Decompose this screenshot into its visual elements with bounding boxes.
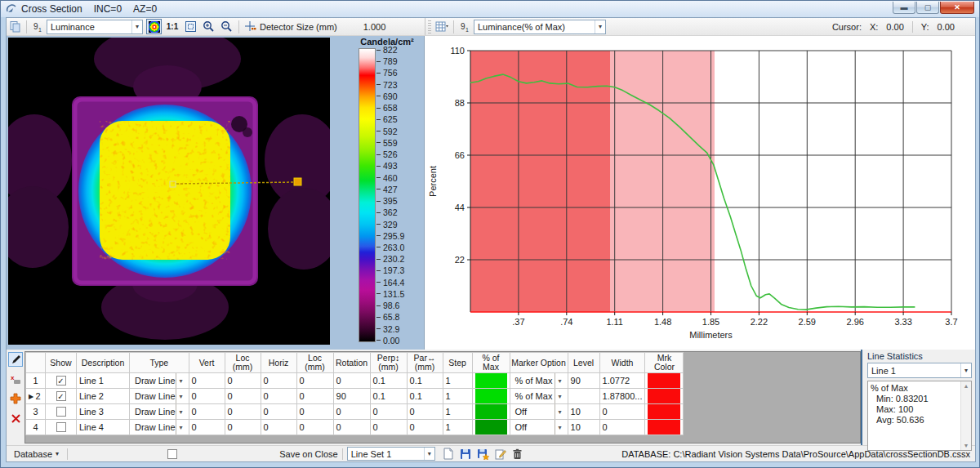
line-set-select[interactable]: Line Set 1 ▾ — [347, 447, 435, 461]
column-header[interactable]: Perp↕ (mm) — [370, 353, 407, 373]
perp-cell[interactable]: 0 — [370, 420, 407, 435]
statistics-scrollbar[interactable]: ▲ ▼ — [960, 381, 971, 450]
step-cell[interactable]: 1 — [443, 373, 472, 389]
cross-section-chart[interactable]: 11088664422.37.741.111.481.852.222.592.9… — [425, 36, 975, 350]
column-header[interactable]: Step — [443, 353, 472, 373]
horiz-loc-cell[interactable]: 0 — [296, 420, 333, 435]
par-cell[interactable]: 0 — [407, 420, 443, 435]
column-header[interactable]: Width — [599, 353, 645, 373]
horiz-loc-cell[interactable]: 0 — [296, 404, 333, 420]
annotation-icon[interactable]: 9 1 — [32, 21, 43, 33]
vert-loc-cell[interactable]: 0 — [225, 373, 261, 389]
width-cell[interactable]: 0 — [599, 420, 645, 435]
column-header[interactable]: Par↔ (mm) — [407, 353, 443, 373]
rotation-cell[interactable]: 0 — [333, 373, 370, 389]
column-header[interactable]: Horiz — [261, 353, 296, 373]
vert-loc-cell[interactable]: 0 — [225, 389, 261, 404]
width-cell[interactable]: 0 — [599, 404, 645, 420]
level-cell[interactable]: 90 — [568, 373, 599, 389]
line-color-swatch[interactable] — [472, 389, 510, 404]
horiz-cell[interactable]: 0 — [261, 389, 296, 404]
width-cell[interactable]: 1.0772 — [599, 373, 645, 389]
detector-crosshair-icon[interactable] — [244, 20, 256, 33]
row-header[interactable]: 4 — [26, 420, 46, 435]
horiz-cell[interactable]: 0 — [261, 404, 296, 420]
perp-cell[interactable]: 0 — [370, 404, 407, 420]
add-line-button[interactable] — [8, 391, 23, 406]
description-cell[interactable]: Line 3 — [77, 404, 130, 420]
marker-color-swatch[interactable] — [645, 404, 684, 420]
type-select[interactable]: Draw Line▾ — [130, 420, 189, 435]
vert-cell[interactable]: 0 — [189, 373, 225, 389]
line-color-swatch[interactable] — [472, 404, 510, 420]
copy-icon[interactable] — [9, 20, 21, 33]
horiz-cell[interactable]: 0 — [261, 420, 296, 435]
marker-color-swatch[interactable] — [645, 373, 684, 389]
rotation-cell[interactable]: 90 — [333, 389, 370, 404]
column-header[interactable]: Vert — [189, 353, 225, 373]
show-checkbox[interactable]: ✓ — [56, 376, 66, 386]
column-header[interactable]: Loc (mm) — [225, 353, 261, 373]
save-on-close-checkbox[interactable] — [167, 449, 177, 459]
show-checkbox[interactable]: ✓ — [56, 391, 66, 401]
column-header[interactable]: Loc (mm) — [296, 353, 333, 373]
rename-line-set-icon[interactable] — [495, 448, 506, 460]
panel-splitter[interactable] — [861, 350, 862, 445]
vert-cell[interactable]: 0 — [189, 389, 225, 404]
par-cell[interactable]: 0 — [407, 404, 443, 420]
detector-size-input[interactable]: 1.000 — [363, 22, 386, 32]
description-cell[interactable]: Line 4 — [77, 420, 130, 435]
line-color-swatch[interactable] — [472, 420, 510, 435]
column-header[interactable] — [26, 353, 46, 373]
column-header[interactable]: % of Max — [472, 353, 510, 373]
row-header[interactable]: 3 — [26, 404, 46, 420]
marker-color-swatch[interactable] — [645, 389, 684, 404]
level-cell[interactable]: 50 — [568, 389, 599, 404]
marker-option-select[interactable]: Off▾ — [510, 404, 568, 420]
horiz-loc-cell[interactable]: 0 — [296, 389, 333, 404]
vert-cell[interactable]: 0 — [189, 420, 225, 435]
column-header[interactable]: Type — [130, 353, 189, 373]
one-to-one-zoom-button[interactable]: 1:1 — [165, 20, 180, 34]
width-cell[interactable]: 1.87800... — [599, 389, 645, 404]
rotation-cell[interactable]: 0 — [333, 420, 370, 435]
fit-to-window-button[interactable] — [183, 20, 198, 34]
type-select[interactable]: Draw Line▾ — [130, 404, 189, 420]
horiz-cell[interactable]: 0 — [261, 373, 296, 389]
column-header[interactable]: Show — [46, 353, 77, 373]
table-row[interactable]: ▶2✓Line 2Draw Line▾0000900.10.11% of Max… — [26, 389, 684, 404]
statistics-line-select[interactable]: Line 1 ▾ — [867, 363, 972, 378]
step-cell[interactable]: 1 — [443, 389, 472, 404]
row-header[interactable]: 1 — [26, 373, 46, 389]
save-line-set-icon[interactable] — [460, 448, 471, 460]
show-checkbox[interactable] — [56, 407, 66, 417]
horiz-loc-cell[interactable]: 0 — [296, 373, 333, 389]
edit-line-button[interactable] — [8, 352, 23, 367]
vert-cell[interactable]: 0 — [189, 404, 225, 420]
false-color-image[interactable] — [8, 38, 330, 345]
false-color-toggle-button[interactable] — [146, 19, 162, 34]
display-mode-select[interactable]: Luminance ▾ — [47, 20, 143, 34]
zoom-in-button[interactable] — [201, 20, 216, 34]
marker-color-swatch[interactable] — [645, 420, 684, 435]
marker-option-select[interactable]: % of Max▾ — [510, 389, 568, 404]
line-color-swatch[interactable] — [472, 373, 510, 389]
perp-cell[interactable]: 0.1 — [370, 373, 407, 389]
column-header[interactable]: Level — [568, 353, 599, 373]
description-cell[interactable]: Line 2 — [77, 389, 130, 404]
description-cell[interactable]: Line 1 — [77, 373, 130, 389]
vert-loc-cell[interactable]: 0 — [225, 404, 261, 420]
close-button[interactable]: ✕ — [940, 2, 974, 14]
export-table-icon[interactable] — [435, 20, 448, 33]
save-line-set-as-icon[interactable] — [477, 448, 489, 460]
rotation-cell[interactable]: 0 — [333, 404, 370, 420]
delete-line-set-icon[interactable] — [512, 448, 523, 460]
perp-cell[interactable]: 0.1 — [370, 389, 407, 404]
row-header[interactable]: ▶2 — [26, 389, 46, 404]
delete-line-button[interactable] — [8, 411, 23, 426]
par-cell[interactable]: 0.1 — [407, 373, 443, 389]
table-row[interactable]: 4Line 4Draw Line▾00000001Off▾100 — [26, 420, 684, 435]
new-line-set-icon[interactable] — [443, 448, 454, 460]
column-header[interactable]: Rotation — [333, 353, 370, 373]
database-menu-button[interactable]: Database ▾ — [10, 448, 63, 460]
